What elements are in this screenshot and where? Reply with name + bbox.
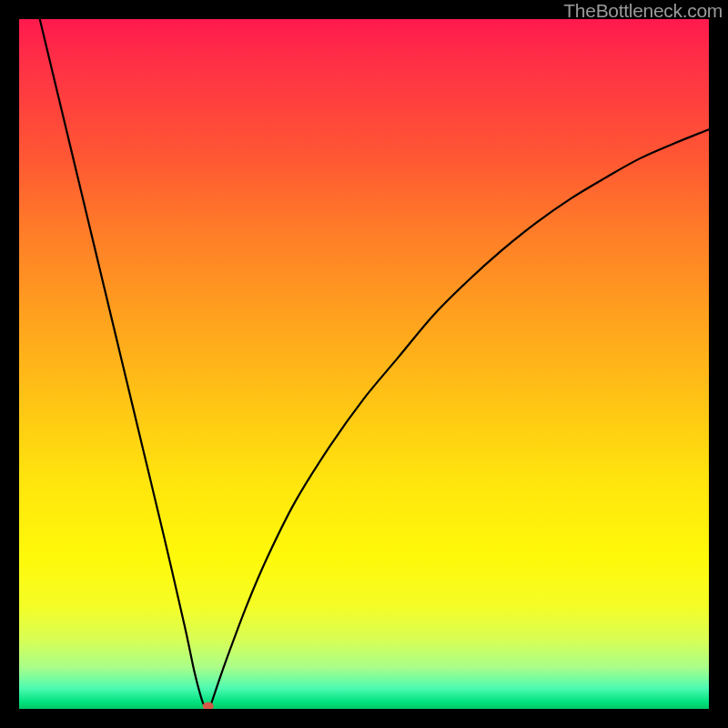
watermark-text: TheBottleneck.com: [563, 0, 723, 22]
bottleneck-curve: [40, 19, 709, 709]
chart-frame: TheBottleneck.com: [0, 0, 728, 728]
plot-svg: [19, 19, 709, 709]
plot-area: [19, 19, 709, 709]
